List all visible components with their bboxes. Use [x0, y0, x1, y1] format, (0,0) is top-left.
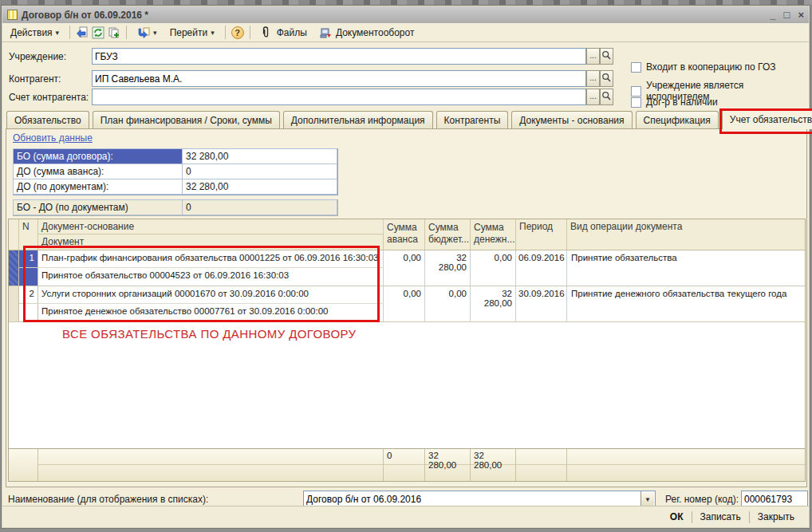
goto-menu-button[interactable]: Перейти ▾: [165, 25, 219, 41]
row-operation[interactable]: Принятие обязательства: [567, 250, 805, 286]
chevron-down-icon: ▾: [153, 29, 157, 37]
totals-spacer: [38, 465, 384, 481]
reg-number-field[interactable]: [741, 491, 808, 507]
contract-available-checkbox[interactable]: [631, 97, 641, 108]
close-window-button[interactable]: Закрыть: [750, 509, 802, 525]
tab-financing-plan[interactable]: План финансирования / Сроки, суммы: [93, 111, 280, 129]
counterparty-search-icon[interactable]: [600, 70, 613, 87]
header-marker: [9, 219, 19, 250]
toolbar-separator: [69, 26, 70, 39]
refresh-data-link[interactable]: Обновить данные: [13, 132, 93, 144]
toolbar-separator: [126, 26, 127, 39]
header-money-sum[interactable]: Сумма денежн...: [471, 219, 516, 250]
account-browse-button[interactable]: ...: [586, 89, 600, 105]
counterparty-browse-button[interactable]: ...: [586, 70, 600, 87]
row-doc-base[interactable]: План-график финансирования обязательства…: [38, 250, 384, 268]
account-field[interactable]: [92, 89, 586, 105]
tab-strip: Обязательство План финансирования / Срок…: [6, 109, 805, 129]
summary-label-bo[interactable]: БО (сумма договора):: [13, 148, 183, 164]
table-row[interactable]: 1 План-график финансирования обязательст…: [9, 250, 805, 286]
toolbar-separator: [250, 26, 250, 39]
summary-value-bo[interactable]: 32 280,00: [182, 148, 337, 164]
row-advance[interactable]: 0,00: [384, 286, 425, 321]
row-period[interactable]: 06.09.2016: [516, 250, 567, 286]
paperclip-icon: [261, 26, 274, 39]
button-bar: ОК Записать Закрыть: [2, 506, 809, 527]
obligations-table: N Документ-основание Документ Сумма аван…: [8, 219, 806, 482]
annotation-text: ВСЕ ОБЯЗАТЕЛЬСТВА ПО ДАННОМУ ДОГОВОРУ: [62, 327, 357, 341]
summary-value-bo-minus-do: 0: [182, 199, 337, 215]
header-budget-sum[interactable]: Сумма бюджет...: [425, 219, 471, 250]
gos-cooperation-label: Входит в кооперацию по ГОЗ: [646, 61, 775, 73]
account-label: Счет контрагента:: [9, 92, 89, 103]
contract-window: Договор б/н от 06.09.2016 * _ □ × Действ…: [1, 5, 810, 529]
table-empty-area[interactable]: [9, 322, 805, 448]
close-button[interactable]: ×: [798, 10, 804, 21]
row-operation[interactable]: Принятие денежного обязательства текущег…: [567, 286, 805, 321]
row-number: 1: [19, 250, 38, 268]
totals-spacer: [425, 465, 471, 481]
institution-field[interactable]: [92, 48, 586, 65]
tab-specification[interactable]: Спецификация: [636, 111, 719, 129]
save-button[interactable]: Записать: [692, 509, 749, 525]
summary-label-do-docs[interactable]: ДО (по документам):: [13, 179, 183, 195]
docflow-button[interactable]: Документооборот: [315, 24, 420, 41]
totals-spacer: [471, 465, 516, 481]
institution-search-icon[interactable]: [600, 48, 613, 65]
refresh-icon[interactable]: [92, 26, 104, 39]
minimize-button[interactable]: _: [770, 10, 775, 21]
tab-counterparties[interactable]: Контрагенты: [436, 111, 509, 129]
row-budget[interactable]: 32 280,00: [425, 250, 471, 286]
table-row[interactable]: 2 Услуги сторонних организаций 00001670 …: [9, 286, 805, 322]
gos-cooperation-checkbox[interactable]: [631, 62, 641, 73]
header-advance-sum[interactable]: Сумма аванса: [384, 219, 425, 250]
row-doc[interactable]: Принятое обязательство 00004523 от 06.09…: [38, 268, 384, 286]
row-selection-marker: [9, 250, 19, 286]
tab-additional-info[interactable]: Дополнительная информация: [283, 111, 433, 129]
summary-label-do-advance[interactable]: ДО (сумма аванса):: [13, 164, 183, 179]
maximize-button[interactable]: □: [784, 10, 790, 21]
goto-label: Перейти: [170, 27, 208, 38]
name-combo-input[interactable]: [303, 491, 641, 507]
files-button[interactable]: Файлы: [256, 24, 312, 41]
row-advance[interactable]: 0,00: [384, 250, 425, 286]
row-money[interactable]: 32 280,00: [471, 286, 516, 321]
help-icon[interactable]: ?: [231, 26, 244, 39]
institution-executor-checkbox[interactable]: [631, 86, 641, 97]
copy-add-icon[interactable]: [108, 26, 120, 39]
subordination-structure-button[interactable]: ▾: [132, 24, 162, 41]
row-doc[interactable]: Принятое денежное обязательство 00007761…: [38, 304, 384, 321]
account-search-icon[interactable]: [600, 89, 613, 105]
header-n[interactable]: N: [19, 219, 38, 250]
files-label: Файлы: [277, 27, 307, 38]
header-period[interactable]: Период: [516, 219, 567, 250]
title-bar[interactable]: Договор б/н от 06.09.2016 * _ □ ×: [2, 6, 809, 23]
row-period[interactable]: 30.09.2016: [516, 286, 567, 321]
actions-menu-button[interactable]: Действия ▾: [6, 25, 64, 41]
tab-obligations-accounting[interactable]: Учет обязательств: [722, 109, 812, 129]
totals-doc-cell: [38, 449, 384, 465]
summary-value-do-advance[interactable]: 0: [182, 164, 337, 179]
save-document-icon[interactable]: [76, 26, 89, 39]
table-header: N Документ-основание Документ Сумма аван…: [9, 219, 805, 250]
header-operation[interactable]: Вид операции документа: [567, 219, 805, 250]
header-doc[interactable]: Документ: [38, 234, 384, 250]
tab-base-documents[interactable]: Документы - основания: [511, 111, 632, 129]
contract-available-label: Дог-р в наличии: [646, 97, 718, 108]
totals-spacer: [516, 465, 567, 481]
toolbar: Действия ▾ ▾ Перейти ▾ ?: [2, 23, 809, 42]
totals-budget: 32 280,00: [425, 449, 471, 465]
ok-button[interactable]: ОК: [662, 509, 692, 525]
tab-obligation[interactable]: Обязательство: [6, 111, 89, 129]
footer-row: Наименование (для отображения в списках)…: [2, 486, 810, 508]
toolbar-separator: [225, 26, 226, 39]
institution-browse-button[interactable]: ...: [586, 48, 600, 65]
totals-marker: [9, 449, 38, 481]
summary-value-do-docs[interactable]: 32 280,00: [182, 179, 337, 195]
counterparty-field[interactable]: [92, 70, 586, 87]
row-doc-base[interactable]: Услуги сторонних организаций 00001670 от…: [38, 286, 384, 304]
totals-period: [516, 449, 567, 465]
row-budget[interactable]: 0,00: [425, 286, 471, 321]
row-money[interactable]: 0,00: [471, 250, 516, 286]
header-doc-base[interactable]: Документ-основание: [38, 219, 384, 234]
